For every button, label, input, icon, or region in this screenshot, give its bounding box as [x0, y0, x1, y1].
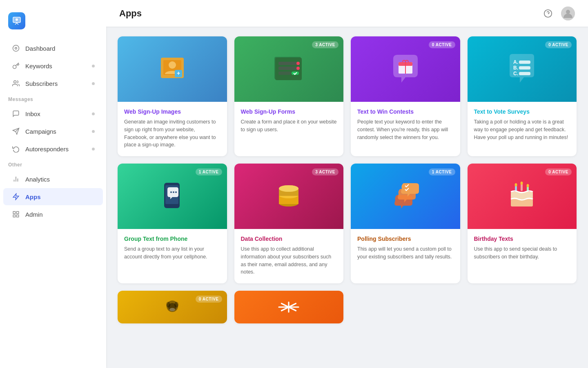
autoresponders-dot [92, 148, 95, 150]
app-badge-birthday-texts: 0 ACTIVE [545, 168, 572, 175]
sidebar-item-autoresponders[interactable]: Autoresponders [3, 140, 103, 157]
app-image-data-collection: 3 ACTIVE [234, 164, 344, 229]
sidebar-logo [0, 8, 106, 39]
subscribers-dot [92, 82, 95, 85]
sidebar-label-analytics: Analytics [25, 176, 50, 183]
app-image-birthday-texts: 0 ACTIVE [468, 164, 577, 229]
app-card-text-to-win[interactable]: 0 ACTIVE Text to Win Contests People [351, 36, 460, 156]
app-desc-group-text-phone: Send a group text to any list in your ac… [124, 245, 220, 261]
app-card-text-to-vote[interactable]: 0 ACTIVE A. B. C. Text to Vote Surve [468, 36, 577, 156]
svg-point-63 [169, 308, 175, 311]
svg-point-54 [515, 183, 517, 186]
app-card-web-signup-forms[interactable]: 3 ACTIVE Web Sign-Up Forms [234, 36, 344, 156]
svg-marker-9 [13, 194, 19, 200]
app-desc-data-collection: Use this app to collect additional infor… [241, 245, 337, 276]
svg-point-43 [173, 191, 174, 193]
app-title-group-text-phone: Group Text from Phone [124, 236, 220, 242]
help-button[interactable] [541, 7, 555, 20]
svg-point-56 [527, 184, 529, 187]
sidebar-item-inbox[interactable]: Inbox [3, 105, 103, 122]
sidebar-item-dashboard[interactable]: Dashboard [3, 40, 103, 57]
app-body-birthday-texts: Birthday Texts Use this app to send spec… [468, 229, 577, 268]
svg-point-50 [279, 185, 298, 192]
app-title-polling-subscribers: Polling Subscribers [357, 236, 454, 242]
sidebar-label-keywords: Keywords [25, 63, 52, 70]
app-image-chimp: 0 ACTIVE [118, 291, 227, 323]
svg-point-20 [169, 61, 176, 69]
app-desc-web-signup-forms: Create a form and place it on your websi… [241, 118, 337, 134]
sidebar-label-apps: Apps [25, 193, 41, 200]
sidebar-label-autoresponders: Autoresponders [25, 146, 69, 153]
page-title: Apps [119, 8, 541, 19]
svg-rect-27 [278, 67, 299, 70]
svg-rect-10 [13, 211, 15, 213]
app-badge-text-to-vote: 0 ACTIVE [545, 41, 572, 48]
app-body-data-collection: Data Collection Use this app to collect … [234, 229, 344, 283]
apps-icon [11, 192, 20, 201]
svg-rect-12 [17, 215, 19, 217]
sidebar-label-campaigns: Campaigns [25, 128, 56, 135]
apps-content: + Web Sign-Up Images Generate an image i… [106, 27, 588, 368]
svg-text:A.: A. [513, 59, 518, 65]
topbar-icons [541, 7, 575, 20]
svg-point-55 [521, 182, 523, 185]
apps-grid: + Web Sign-Up Images Generate an image i… [118, 36, 577, 323]
app-card-group-text-phone[interactable]: 1 ACTIVE Group Text from Phone Send [118, 164, 227, 283]
section-messages: Messages [0, 92, 106, 105]
svg-point-4 [14, 81, 16, 83]
app-card-birthday-texts[interactable]: 0 ACTIVE [468, 164, 577, 283]
app-image-text-to-vote: 0 ACTIVE A. B. C. [468, 36, 577, 102]
svg-rect-29 [278, 72, 291, 75]
app-image-zapier [234, 291, 344, 323]
app-card-zapier-partial[interactable] [234, 291, 344, 323]
app-body-web-signup-forms: Web Sign-Up Forms Create a form and plac… [234, 102, 344, 141]
user-avatar[interactable] [561, 7, 575, 20]
app-title-web-signup-forms: Web Sign-Up Forms [241, 108, 337, 115]
sidebar-item-apps[interactable]: Apps [3, 188, 103, 205]
app-card-chimp-partial[interactable]: 0 ACTIVE [118, 291, 227, 323]
sidebar-item-keywords[interactable]: Keywords [3, 57, 103, 74]
app-body-polling-subscribers: Polling Subscribers This app will let yo… [351, 229, 460, 268]
app-title-text-to-vote: Text to Vote Surveys [474, 108, 570, 115]
app-desc-birthday-texts: Use this app to send special deals to su… [474, 245, 570, 261]
inbox-icon [11, 109, 20, 118]
app-logo-icon [8, 12, 25, 29]
sidebar-item-campaigns[interactable]: Campaigns [3, 123, 103, 140]
campaigns-icon [11, 127, 20, 136]
app-desc-text-to-vote: Taking a poll or holding a vote is a gre… [474, 118, 570, 141]
sidebar-label-dashboard: Dashboard [25, 45, 55, 52]
app-title-web-signup-images: Web Sign-Up Images [124, 108, 220, 115]
sidebar-item-admin[interactable]: Admin [3, 206, 103, 223]
keywords-icon [11, 61, 20, 70]
sidebar-item-subscribers[interactable]: Subscribers [3, 75, 103, 92]
svg-point-28 [296, 67, 300, 70]
admin-icon [11, 210, 20, 219]
app-card-polling-subscribers[interactable]: 1 ACTIVE Polling Subscribers This app wi… [351, 164, 460, 283]
app-card-data-collection[interactable]: 3 ACTIVE Data Collection Use this app to… [234, 164, 344, 283]
sidebar: Dashboard Keywords Subscribers Messages … [0, 0, 106, 368]
sidebar-label-subscribers: Subscribers [25, 80, 58, 87]
app-card-web-signup-images[interactable]: + Web Sign-Up Images Generate an image i… [118, 36, 227, 156]
app-image-web-signup-images: + [118, 36, 227, 102]
app-badge-text-to-win: 0 ACTIVE [429, 41, 455, 48]
app-badge-group-text-phone: 1 ACTIVE [196, 168, 222, 175]
sidebar-navigation: Dashboard Keywords Subscribers Messages … [0, 39, 106, 360]
svg-rect-39 [519, 72, 530, 75]
analytics-icon [11, 175, 20, 184]
sidebar-item-analytics[interactable]: Analytics [3, 171, 103, 188]
app-body-text-to-vote: Text to Vote Surveys Taking a poll or ho… [468, 102, 577, 148]
app-image-group-text-phone: 1 ACTIVE [118, 164, 227, 229]
subscribers-icon [11, 79, 20, 88]
app-desc-web-signup-images: Generate an image inviting customers to … [124, 118, 220, 149]
app-body-group-text-phone: Group Text from Phone Send a group text … [118, 229, 227, 268]
sidebar-label-inbox: Inbox [25, 110, 40, 117]
keywords-dot [92, 65, 95, 67]
dashboard-icon [11, 44, 20, 53]
app-image-web-signup-forms: 3 ACTIVE [234, 36, 344, 102]
app-title-text-to-win: Text to Win Contests [357, 108, 454, 115]
svg-rect-37 [519, 66, 530, 70]
app-body-web-signup-images: Web Sign-Up Images Generate an image inv… [118, 102, 227, 156]
app-body-text-to-win: Text to Win Contests People text your ke… [351, 102, 460, 148]
section-other: Other [0, 158, 106, 170]
svg-point-17 [566, 10, 570, 14]
